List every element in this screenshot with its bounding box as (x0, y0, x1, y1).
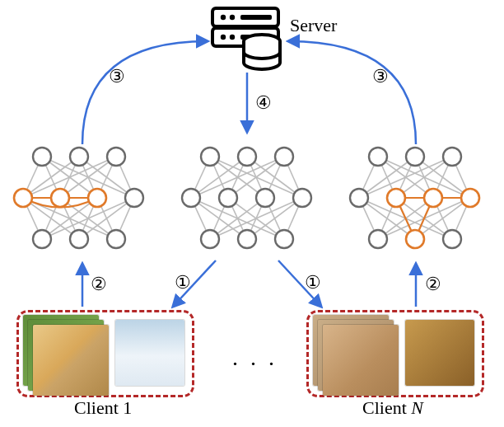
server-icon (212, 8, 280, 69)
clientN-label-prefix: Client (362, 397, 411, 418)
svg-point-74 (201, 230, 219, 248)
svg-point-112 (424, 189, 442, 207)
svg-point-72 (256, 189, 274, 207)
step1-left-badge: ① (175, 272, 191, 293)
ellipsis: . . . (232, 345, 278, 371)
svg-point-40 (14, 189, 32, 207)
svg-point-39 (107, 230, 125, 248)
neural-net-center (182, 148, 311, 248)
svg-point-69 (275, 148, 293, 166)
neural-net-right (350, 148, 479, 248)
svg-point-2 (230, 15, 235, 20)
svg-point-111 (387, 189, 405, 207)
svg-point-42 (88, 189, 106, 207)
neural-net-left (14, 148, 143, 248)
clientN-label-N: N (411, 397, 423, 418)
clientN-photo-weasel (405, 320, 474, 386)
arrow-step3-right (288, 41, 416, 144)
svg-point-113 (461, 189, 479, 207)
svg-point-36 (125, 189, 143, 207)
svg-point-70 (182, 189, 200, 207)
svg-point-1 (221, 15, 226, 20)
svg-point-33 (33, 148, 51, 166)
step3-left-badge: ③ (109, 66, 125, 87)
svg-point-41 (51, 189, 69, 207)
svg-point-71 (219, 189, 237, 207)
svg-point-106 (406, 148, 424, 166)
svg-point-67 (201, 148, 219, 166)
svg-point-37 (33, 230, 51, 248)
svg-point-75 (238, 230, 256, 248)
svg-point-76 (275, 230, 293, 248)
step4-badge: ④ (255, 92, 272, 114)
svg-point-34 (70, 148, 88, 166)
svg-point-107 (443, 148, 461, 166)
client1-label: Client 1 (74, 397, 132, 419)
step2-right-badge: ② (425, 274, 441, 295)
svg-point-73 (293, 189, 311, 207)
svg-point-105 (369, 148, 387, 166)
step1-right-badge: ① (305, 272, 321, 293)
server-label: Server (290, 15, 337, 36)
svg-point-110 (443, 230, 461, 248)
client1-photo-dog (33, 325, 109, 396)
client1-photo-fox (115, 320, 184, 386)
clientN-label: Client N (362, 397, 423, 419)
clientN-photo-cat (323, 325, 399, 396)
svg-point-109 (369, 230, 387, 248)
svg-point-5 (221, 35, 226, 40)
svg-point-6 (230, 35, 235, 40)
step3-right-badge: ③ (372, 66, 389, 87)
svg-point-108 (350, 189, 368, 207)
svg-point-68 (238, 148, 256, 166)
step2-left-badge: ② (91, 274, 107, 295)
svg-point-38 (70, 230, 88, 248)
svg-rect-3 (240, 15, 272, 20)
svg-point-114 (406, 230, 424, 248)
svg-point-35 (107, 148, 125, 166)
arrow-step3-left (82, 41, 208, 144)
